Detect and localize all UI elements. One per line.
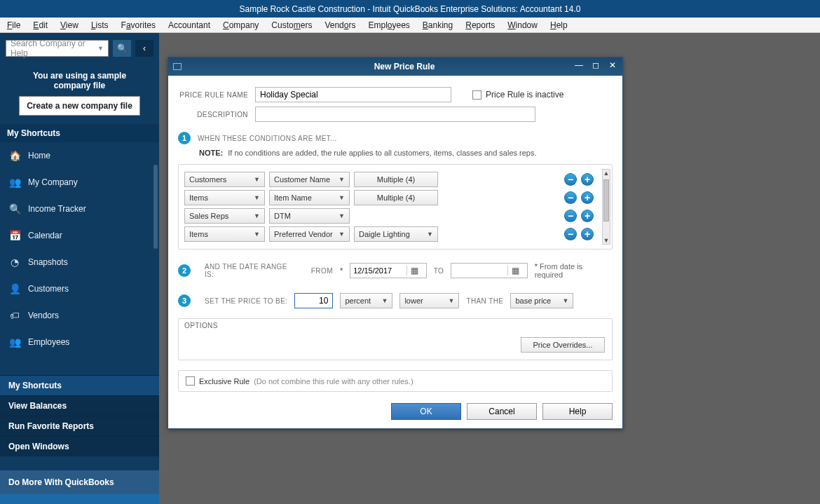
collapse-sidebar-button[interactable]: ‹ [135, 40, 153, 57]
rule-name-input[interactable] [255, 87, 451, 102]
condition-field-select[interactable]: DTM▼ [269, 208, 350, 224]
condition-field-select[interactable]: Item Name▼ [269, 190, 350, 205]
sidebar-tab-myshortcuts[interactable]: My Shortcuts [0, 375, 159, 395]
sidebar-tab-openwindows[interactable]: Open Windows [0, 436, 159, 456]
add-condition-button[interactable]: + [581, 210, 594, 222]
conditions-area: ▲ ▼ Customers▼ Customer Name▼ Multiple (… [178, 164, 613, 250]
menu-employees[interactable]: Employees [368, 20, 409, 30]
conditions-scrollbar[interactable]: ▲ ▼ [602, 169, 610, 245]
sample-line2: company file [8, 81, 151, 90]
sidebar-item-snapshots[interactable]: ◔Snapshots [0, 249, 159, 275]
sidebar-item-calendar[interactable]: 📅Calendar [0, 222, 159, 249]
menu-vendors[interactable]: Vendors [324, 20, 355, 30]
search-input[interactable]: Search Company or Help ▼ [6, 40, 109, 57]
sidebar-scrollbar[interactable] [153, 165, 158, 249]
step3-badge: 3 [178, 294, 191, 307]
sidebar-tab-viewbalances[interactable]: View Balances [0, 395, 159, 416]
sidebar-item-label: Employees [28, 337, 69, 347]
cancel-button[interactable]: Cancel [467, 403, 537, 420]
sidebar-tab-runreports[interactable]: Run Favorite Reports [0, 416, 159, 436]
step1-label: WHEN THESE CONDITIONS ARE MET... [198, 135, 337, 142]
add-condition-button[interactable]: + [581, 191, 594, 204]
price-overrides-button[interactable]: Price Overrides... [521, 337, 605, 353]
description-input[interactable] [255, 107, 535, 122]
price-direction-select[interactable]: lower▼ [399, 293, 459, 308]
menu-edit[interactable]: Edit [33, 20, 48, 30]
step2-badge: 2 [178, 264, 191, 277]
exclusive-label: Exclusive Rule [199, 377, 250, 386]
sidebar-section-header: My Shortcuts [0, 124, 159, 142]
calendar-icon[interactable]: ▦ [507, 266, 523, 275]
maximize-button[interactable]: ◻ [590, 60, 601, 71]
calendar-icon: 📅 [8, 229, 21, 242]
remove-condition-button[interactable]: − [564, 210, 577, 222]
new-price-rule-dialog: New Price Rule — ◻ ✕ PRICE RULE NAME Pri… [168, 57, 623, 429]
sidebar-domore[interactable]: Do More With QuickBooks [0, 470, 159, 494]
ok-button[interactable]: OK [391, 403, 461, 420]
inactive-checkbox[interactable] [472, 90, 481, 100]
company-icon: 👥 [8, 176, 21, 189]
sidebar-item-incometracker[interactable]: 🔍Income Tracker [0, 196, 159, 222]
menu-company[interactable]: Company [223, 20, 259, 30]
search-icon: 🔍 [117, 43, 128, 53]
note-prefix: NOTE: [199, 149, 223, 157]
condition-row: Sales Reps▼ DTM▼ − + [184, 208, 608, 224]
condition-field-select[interactable]: Preferred Vendor▼ [269, 226, 350, 242]
menu-help[interactable]: Help [550, 20, 568, 30]
calendar-icon[interactable]: ▦ [406, 266, 422, 275]
to-label: TO [434, 267, 444, 275]
from-date-input[interactable]: ▦ [350, 263, 426, 278]
condition-value-button[interactable]: Multiple (4) [354, 172, 438, 187]
left-sidebar: Search Company or Help ▼ 🔍 ‹ You are usi… [0, 33, 159, 504]
dialog-menu-icon[interactable] [173, 63, 182, 70]
menu-accountant[interactable]: Accountant [168, 20, 210, 30]
sidebar-item-employees[interactable]: 👥Employees [0, 329, 159, 355]
menu-file[interactable]: File [7, 20, 20, 30]
menu-reports[interactable]: Reports [465, 20, 495, 30]
menu-favorites[interactable]: Favorites [121, 20, 156, 30]
menu-customers[interactable]: Customers [271, 20, 312, 30]
sidebar-item-mycompany[interactable]: 👥My Company [0, 169, 159, 196]
price-base-select[interactable]: base price▼ [510, 293, 573, 308]
menubar: File Edit View Lists Favorites Accountan… [0, 18, 820, 33]
vendor-icon: 🏷 [8, 309, 21, 322]
sidebar-item-customers[interactable]: 👤Customers [0, 275, 159, 302]
close-button[interactable]: ✕ [607, 60, 618, 71]
menu-lists[interactable]: Lists [91, 20, 109, 30]
remove-condition-button[interactable]: − [564, 191, 577, 204]
from-label: FROM [311, 267, 333, 275]
options-label: OPTIONS [184, 322, 218, 329]
remove-condition-button[interactable]: − [564, 173, 577, 186]
menu-view[interactable]: View [60, 20, 78, 30]
menu-window[interactable]: Window [507, 20, 538, 30]
menu-banking[interactable]: Banking [423, 20, 453, 30]
add-condition-button[interactable]: + [581, 173, 594, 186]
to-date-input[interactable]: ▦ [451, 263, 527, 278]
sidebar-item-home[interactable]: 🏠Home [0, 142, 159, 169]
create-company-button[interactable]: Create a new company file [19, 96, 140, 116]
condition-type-select[interactable]: Items▼ [184, 226, 265, 242]
to-date-field[interactable] [451, 266, 507, 275]
condition-type-select[interactable]: Items▼ [184, 190, 265, 205]
remove-condition-button[interactable]: − [564, 228, 577, 240]
from-date-field[interactable] [350, 266, 406, 275]
add-condition-button[interactable]: + [581, 228, 594, 240]
price-amount-input[interactable] [294, 293, 333, 308]
dialog-titlebar[interactable]: New Price Rule — ◻ ✕ [168, 57, 622, 76]
employee-icon: 👥 [8, 336, 21, 348]
price-unit-select[interactable]: percent▼ [340, 293, 392, 308]
condition-field-select[interactable]: Customer Name▼ [269, 172, 350, 187]
condition-type-select[interactable]: Customers▼ [184, 172, 265, 187]
condition-value-select[interactable]: Daigle Lighting▼ [354, 226, 438, 242]
help-button[interactable]: Help [542, 403, 613, 420]
search-button[interactable]: 🔍 [113, 40, 131, 57]
app-titlebar: Sample Rock Castle Construction - Intuit… [0, 0, 820, 18]
sidebar-item-vendors[interactable]: 🏷Vendors [0, 302, 159, 329]
condition-value-button[interactable]: Multiple (4) [354, 190, 438, 205]
sidebar-item-label: Home [28, 151, 50, 161]
condition-type-select[interactable]: Sales Reps▼ [184, 208, 265, 224]
step3-label: SET THE PRICE TO BE: [205, 297, 287, 305]
minimize-button[interactable]: — [573, 60, 585, 71]
condition-row: Items▼ Item Name▼ Multiple (4) − + [184, 190, 608, 205]
exclusive-checkbox[interactable] [186, 376, 195, 386]
